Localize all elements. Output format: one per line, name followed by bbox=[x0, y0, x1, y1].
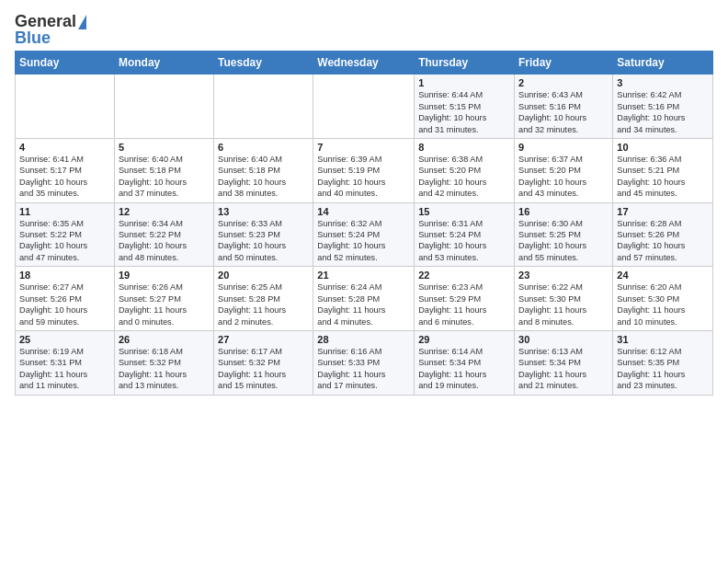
day-number: 24 bbox=[617, 270, 709, 281]
calendar-cell: 18Sunrise: 6:27 AM Sunset: 5:26 PM Dayli… bbox=[16, 267, 115, 331]
calendar-cell: 3Sunrise: 6:42 AM Sunset: 5:16 PM Daylig… bbox=[613, 75, 713, 139]
day-number: 22 bbox=[418, 270, 510, 281]
day-number: 11 bbox=[19, 206, 110, 217]
calendar-cell: 5Sunrise: 6:40 AM Sunset: 5:18 PM Daylig… bbox=[114, 138, 213, 202]
weekday-header: Saturday bbox=[613, 52, 713, 75]
day-number: 26 bbox=[119, 334, 210, 345]
day-number: 30 bbox=[518, 334, 609, 345]
calendar-cell: 9Sunrise: 6:37 AM Sunset: 5:20 PM Daylig… bbox=[515, 138, 613, 202]
day-content: Sunrise: 6:32 AM Sunset: 5:24 PM Dayligh… bbox=[317, 218, 410, 264]
day-number: 20 bbox=[218, 270, 309, 281]
calendar-cell: 4Sunrise: 6:41 AM Sunset: 5:17 PM Daylig… bbox=[16, 138, 115, 202]
day-content: Sunrise: 6:25 AM Sunset: 5:28 PM Dayligh… bbox=[218, 282, 309, 327]
day-number: 23 bbox=[518, 270, 609, 281]
calendar-table: SundayMondayTuesdayWednesdayThursdayFrid… bbox=[15, 51, 713, 395]
weekday-header: Friday bbox=[515, 52, 613, 75]
day-content: Sunrise: 6:42 AM Sunset: 5:16 PM Dayligh… bbox=[617, 89, 709, 135]
logo: General Blue bbox=[15, 13, 86, 47]
day-content: Sunrise: 6:19 AM Sunset: 5:31 PM Dayligh… bbox=[19, 346, 110, 392]
day-number: 13 bbox=[218, 206, 309, 217]
day-content: Sunrise: 6:35 AM Sunset: 5:22 PM Dayligh… bbox=[19, 218, 110, 264]
calendar-cell: 1Sunrise: 6:44 AM Sunset: 5:15 PM Daylig… bbox=[415, 75, 515, 139]
calendar-cell: 25Sunrise: 6:19 AM Sunset: 5:31 PM Dayli… bbox=[16, 331, 115, 396]
day-content: Sunrise: 6:16 AM Sunset: 5:33 PM Dayligh… bbox=[317, 346, 410, 392]
day-number: 8 bbox=[418, 142, 510, 153]
day-number: 12 bbox=[119, 206, 210, 217]
day-content: Sunrise: 6:14 AM Sunset: 5:34 PM Dayligh… bbox=[418, 346, 510, 392]
day-content: Sunrise: 6:22 AM Sunset: 5:30 PM Dayligh… bbox=[518, 282, 609, 327]
day-number: 2 bbox=[518, 77, 609, 88]
day-content: Sunrise: 6:27 AM Sunset: 5:26 PM Dayligh… bbox=[19, 282, 110, 327]
header: General Blue bbox=[15, 9, 713, 47]
calendar-cell: 30Sunrise: 6:13 AM Sunset: 5:34 PM Dayli… bbox=[515, 331, 613, 396]
day-content: Sunrise: 6:24 AM Sunset: 5:28 PM Dayligh… bbox=[317, 282, 410, 327]
calendar-week-row: 25Sunrise: 6:19 AM Sunset: 5:31 PM Dayli… bbox=[16, 331, 713, 396]
calendar-cell: 27Sunrise: 6:17 AM Sunset: 5:32 PM Dayli… bbox=[214, 331, 313, 396]
calendar-cell: 2Sunrise: 6:43 AM Sunset: 5:16 PM Daylig… bbox=[515, 75, 613, 139]
calendar-header-row: SundayMondayTuesdayWednesdayThursdayFrid… bbox=[16, 52, 713, 75]
calendar-cell: 24Sunrise: 6:20 AM Sunset: 5:30 PM Dayli… bbox=[613, 267, 713, 331]
calendar-cell: 20Sunrise: 6:25 AM Sunset: 5:28 PM Dayli… bbox=[214, 267, 313, 331]
calendar-cell: 16Sunrise: 6:30 AM Sunset: 5:25 PM Dayli… bbox=[515, 202, 613, 267]
day-content: Sunrise: 6:26 AM Sunset: 5:27 PM Dayligh… bbox=[119, 282, 210, 327]
calendar-cell: 8Sunrise: 6:38 AM Sunset: 5:20 PM Daylig… bbox=[415, 138, 515, 202]
logo-text: General bbox=[15, 13, 86, 29]
day-number: 17 bbox=[617, 206, 709, 217]
day-content: Sunrise: 6:13 AM Sunset: 5:34 PM Dayligh… bbox=[518, 346, 609, 392]
day-content: Sunrise: 6:30 AM Sunset: 5:25 PM Dayligh… bbox=[518, 218, 609, 264]
day-number: 7 bbox=[317, 142, 410, 153]
day-number: 6 bbox=[218, 142, 309, 153]
day-content: Sunrise: 6:31 AM Sunset: 5:24 PM Dayligh… bbox=[418, 218, 510, 264]
page: General Blue SundayMondayTuesdayWednesda… bbox=[0, 0, 728, 563]
day-number: 14 bbox=[317, 206, 410, 217]
day-number: 21 bbox=[317, 270, 410, 281]
day-number: 25 bbox=[19, 334, 110, 345]
weekday-header: Tuesday bbox=[214, 52, 313, 75]
day-content: Sunrise: 6:39 AM Sunset: 5:19 PM Dayligh… bbox=[317, 154, 410, 200]
calendar-cell: 12Sunrise: 6:34 AM Sunset: 5:22 PM Dayli… bbox=[114, 202, 213, 267]
day-content: Sunrise: 6:40 AM Sunset: 5:18 PM Dayligh… bbox=[119, 154, 210, 200]
calendar-week-row: 11Sunrise: 6:35 AM Sunset: 5:22 PM Dayli… bbox=[16, 202, 713, 267]
weekday-header: Sunday bbox=[16, 52, 115, 75]
calendar-cell: 28Sunrise: 6:16 AM Sunset: 5:33 PM Dayli… bbox=[313, 331, 415, 396]
day-number: 28 bbox=[317, 334, 410, 345]
logo-blue: Blue bbox=[15, 29, 51, 47]
day-content: Sunrise: 6:18 AM Sunset: 5:32 PM Dayligh… bbox=[119, 346, 210, 392]
weekday-header: Thursday bbox=[415, 52, 515, 75]
day-number: 16 bbox=[518, 206, 609, 217]
calendar-cell: 13Sunrise: 6:33 AM Sunset: 5:23 PM Dayli… bbox=[214, 202, 313, 267]
day-content: Sunrise: 6:36 AM Sunset: 5:21 PM Dayligh… bbox=[617, 154, 709, 200]
calendar-cell: 31Sunrise: 6:12 AM Sunset: 5:35 PM Dayli… bbox=[613, 331, 713, 396]
calendar-cell bbox=[214, 75, 313, 139]
day-content: Sunrise: 6:38 AM Sunset: 5:20 PM Dayligh… bbox=[418, 154, 510, 200]
day-content: Sunrise: 6:28 AM Sunset: 5:26 PM Dayligh… bbox=[617, 218, 709, 264]
day-content: Sunrise: 6:40 AM Sunset: 5:18 PM Dayligh… bbox=[218, 154, 309, 200]
day-content: Sunrise: 6:37 AM Sunset: 5:20 PM Dayligh… bbox=[518, 154, 609, 200]
day-number: 5 bbox=[119, 142, 210, 153]
day-content: Sunrise: 6:34 AM Sunset: 5:22 PM Dayligh… bbox=[119, 218, 210, 264]
calendar-cell bbox=[16, 75, 115, 139]
calendar-cell: 21Sunrise: 6:24 AM Sunset: 5:28 PM Dayli… bbox=[313, 267, 415, 331]
day-content: Sunrise: 6:12 AM Sunset: 5:35 PM Dayligh… bbox=[617, 346, 709, 392]
day-number: 4 bbox=[19, 142, 110, 153]
day-content: Sunrise: 6:17 AM Sunset: 5:32 PM Dayligh… bbox=[218, 346, 309, 392]
calendar-cell: 26Sunrise: 6:18 AM Sunset: 5:32 PM Dayli… bbox=[114, 331, 213, 396]
day-number: 1 bbox=[418, 77, 510, 88]
calendar-week-row: 1Sunrise: 6:44 AM Sunset: 5:15 PM Daylig… bbox=[16, 75, 713, 139]
day-content: Sunrise: 6:33 AM Sunset: 5:23 PM Dayligh… bbox=[218, 218, 309, 264]
day-number: 10 bbox=[617, 142, 709, 153]
calendar-cell: 19Sunrise: 6:26 AM Sunset: 5:27 PM Dayli… bbox=[114, 267, 213, 331]
day-number: 29 bbox=[418, 334, 510, 345]
day-number: 3 bbox=[617, 77, 709, 88]
calendar-cell: 6Sunrise: 6:40 AM Sunset: 5:18 PM Daylig… bbox=[214, 138, 313, 202]
day-number: 31 bbox=[617, 334, 709, 345]
calendar-cell bbox=[313, 75, 415, 139]
day-content: Sunrise: 6:41 AM Sunset: 5:17 PM Dayligh… bbox=[19, 154, 110, 200]
day-number: 9 bbox=[518, 142, 609, 153]
calendar-cell: 29Sunrise: 6:14 AM Sunset: 5:34 PM Dayli… bbox=[415, 331, 515, 396]
calendar-cell: 23Sunrise: 6:22 AM Sunset: 5:30 PM Dayli… bbox=[515, 267, 613, 331]
day-content: Sunrise: 6:20 AM Sunset: 5:30 PM Dayligh… bbox=[617, 282, 709, 327]
calendar-cell bbox=[114, 75, 213, 139]
day-number: 19 bbox=[119, 270, 210, 281]
calendar-cell: 22Sunrise: 6:23 AM Sunset: 5:29 PM Dayli… bbox=[415, 267, 515, 331]
